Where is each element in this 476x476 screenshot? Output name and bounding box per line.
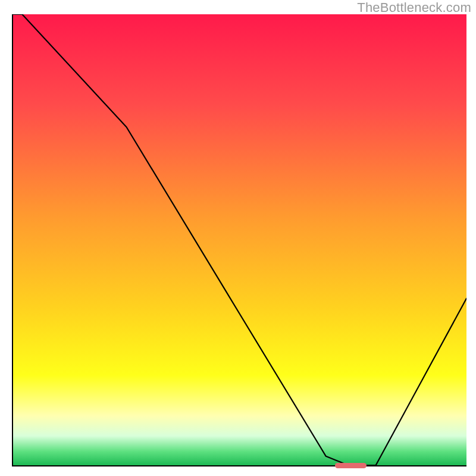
optimum-marker <box>335 463 367 468</box>
plot-area <box>12 14 466 466</box>
bottleneck-curve <box>13 14 466 465</box>
bottleneck-chart: TheBottleneck.com <box>0 0 476 476</box>
watermark-text: TheBottleneck.com <box>357 0 471 15</box>
